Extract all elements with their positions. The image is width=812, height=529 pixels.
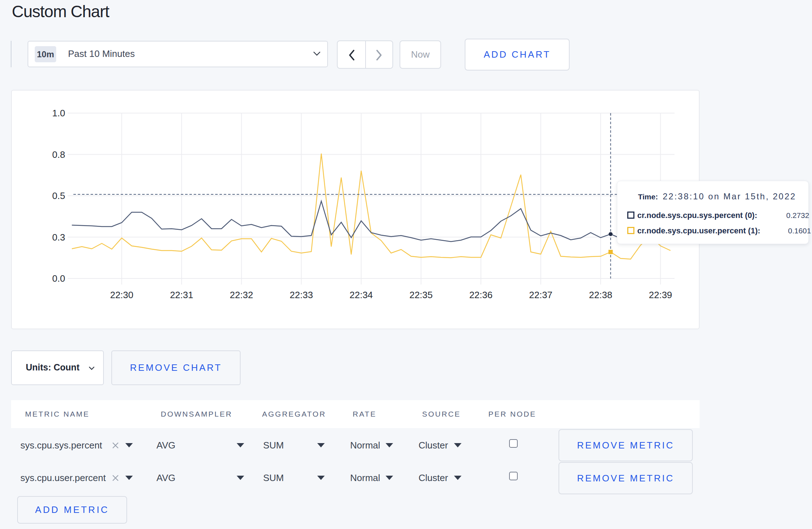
svg-text:22:36: 22:36 bbox=[469, 290, 493, 300]
svg-text:0.0: 0.0 bbox=[52, 273, 65, 284]
svg-text:1.0: 1.0 bbox=[52, 108, 65, 118]
svg-text:22:38: 22:38 bbox=[589, 290, 612, 300]
svg-text:0.5: 0.5 bbox=[52, 190, 65, 201]
svg-text:22:32: 22:32 bbox=[230, 290, 253, 300]
svg-text:22:39: 22:39 bbox=[649, 290, 672, 300]
svg-text:22:31: 22:31 bbox=[170, 290, 193, 300]
svg-text:22:33: 22:33 bbox=[290, 290, 313, 300]
svg-text:0.8: 0.8 bbox=[52, 149, 65, 160]
svg-text:0.3: 0.3 bbox=[52, 232, 65, 243]
svg-text:22:30: 22:30 bbox=[110, 290, 133, 300]
svg-text:22:37: 22:37 bbox=[529, 290, 552, 300]
svg-text:22:34: 22:34 bbox=[349, 290, 373, 300]
svg-text:22:35: 22:35 bbox=[409, 290, 432, 300]
